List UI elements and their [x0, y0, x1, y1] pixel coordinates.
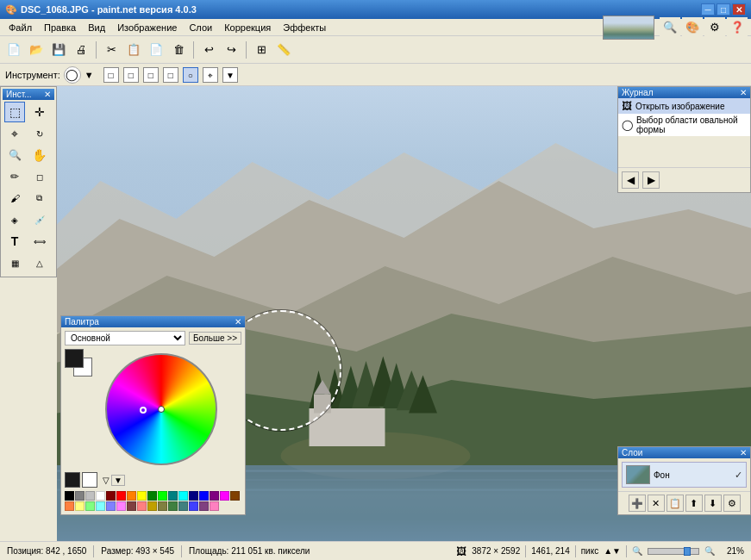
color-wheel-btn[interactable]: 🎨: [682, 17, 703, 38]
zoom-in-btn[interactable]: 🔍: [704, 546, 715, 556]
swatch-plum[interactable]: [199, 501, 209, 511]
shape-dropdown-arrow[interactable]: ▼: [84, 70, 94, 80]
swatch-green[interactable]: [147, 491, 157, 501]
swatch-lightcyan[interactable]: [96, 501, 105, 511]
swatch-black[interactable]: [65, 491, 74, 501]
swatch-yellow[interactable]: [137, 491, 147, 501]
bottom-bg-color[interactable]: [82, 472, 97, 488]
swatch-navy[interactable]: [189, 491, 198, 501]
rect4-shape-btn[interactable]: □: [163, 67, 178, 83]
layer-background[interactable]: Фон ✓: [622, 462, 747, 488]
swatch-lightyellow[interactable]: [75, 501, 84, 511]
tool-clone[interactable]: ⧉: [29, 188, 50, 208]
tool-eraser[interactable]: ◻: [29, 166, 50, 187]
swatch-pink[interactable]: [210, 501, 219, 511]
new-button[interactable]: 📄: [3, 40, 24, 60]
zoom-in-view[interactable]: 🔍: [660, 17, 680, 38]
palette-close[interactable]: ✕: [235, 317, 241, 327]
swatch-blue[interactable]: [199, 491, 209, 501]
tool-move[interactable]: ✛: [29, 102, 50, 122]
save-button[interactable]: 💾: [48, 40, 69, 60]
move-layer-down-button[interactable]: ⬇: [704, 495, 722, 512]
history-redo-button[interactable]: ▶: [642, 171, 660, 189]
oval-shape-btn[interactable]: ○: [183, 67, 198, 83]
menu-layers[interactable]: Слои: [184, 22, 217, 34]
swatch-lightgreen[interactable]: [85, 501, 95, 511]
swatch-cyan[interactable]: [178, 491, 188, 501]
swatch-red[interactable]: [116, 491, 126, 501]
menu-view[interactable]: Вид: [83, 22, 110, 34]
minimize-button[interactable]: ─: [701, 3, 715, 16]
paste-button[interactable]: 📄: [146, 40, 166, 60]
view-ruler-button[interactable]: 📏: [273, 40, 294, 60]
swatch-gray[interactable]: [75, 491, 84, 501]
undo-button[interactable]: ↩: [198, 40, 219, 60]
zoom-slider[interactable]: [648, 548, 699, 555]
history-item-open[interactable]: 🖼 Открыть изображение: [618, 98, 750, 114]
tool-brush[interactable]: 🖌: [4, 188, 25, 208]
palette-more-button[interactable]: Больше >>: [189, 332, 241, 345]
swatch-teal[interactable]: [168, 491, 178, 501]
close-button[interactable]: ✕: [732, 3, 746, 16]
swatch-medblue[interactable]: [189, 501, 198, 511]
redo-button[interactable]: ↪: [221, 40, 241, 60]
history-undo-button[interactable]: ◀: [622, 171, 639, 189]
swatch-lime[interactable]: [158, 491, 167, 501]
settings-btn[interactable]: ⚙: [704, 17, 725, 38]
menu-correction[interactable]: Коррекция: [219, 22, 276, 34]
tool-eyedropper[interactable]: 💉: [29, 209, 50, 230]
open-button[interactable]: 📂: [26, 40, 47, 60]
tool-recolor[interactable]: ↻: [29, 123, 50, 144]
bottom-fg-color[interactable]: [65, 472, 80, 488]
cut-button[interactable]: ✂: [101, 40, 122, 60]
tool-gradient[interactable]: ▦: [4, 252, 25, 273]
swatch-orange[interactable]: [127, 491, 136, 501]
menu-image[interactable]: Изображение: [112, 22, 182, 34]
swatch-brown[interactable]: [230, 491, 240, 501]
color-wheel[interactable]: [105, 353, 217, 465]
swatch-salmon[interactable]: [65, 501, 74, 511]
layer-visible-check[interactable]: ✓: [735, 470, 742, 481]
move-layer-up-button[interactable]: ⬆: [685, 495, 703, 512]
swatch-darkgreen[interactable]: [168, 501, 178, 511]
status-unit-dropdown[interactable]: ▲▼: [604, 546, 621, 556]
lasso-shape-btn[interactable]: ⌖: [203, 67, 218, 83]
tool-shape[interactable]: △: [29, 252, 50, 273]
rect-shape-btn[interactable]: □: [103, 67, 119, 83]
delete-button[interactable]: 🗑: [168, 40, 189, 60]
delete-layer-button[interactable]: ✕: [648, 495, 665, 512]
tool-lasso[interactable]: ⌖: [4, 123, 25, 144]
tools-panel-close[interactable]: ✕: [44, 90, 51, 99]
swatch-lightred[interactable]: [137, 501, 147, 511]
swatch-maroon[interactable]: [106, 491, 116, 501]
layers-close[interactable]: ✕: [740, 448, 747, 457]
swatch-lightmagenta[interactable]: [116, 501, 126, 511]
layer-properties-button[interactable]: ⚙: [723, 495, 741, 512]
tool-fill[interactable]: ◈: [4, 209, 25, 230]
zoom-out-btn[interactable]: 🔍: [632, 546, 642, 556]
color-wheel-container[interactable]: [101, 349, 222, 470]
foreground-color[interactable]: [65, 349, 84, 368]
swatch-purple[interactable]: [210, 491, 219, 501]
add-layer-button[interactable]: ➕: [629, 495, 646, 512]
history-item-oval[interactable]: ◯ Выбор области овальной формы: [618, 114, 750, 136]
swatch-lightblue[interactable]: [106, 501, 116, 511]
print-button[interactable]: 🖨: [71, 40, 91, 60]
tool-rect-select[interactable]: ⬚: [4, 102, 25, 122]
menu-file[interactable]: Файл: [3, 22, 37, 34]
swatch-darkteal[interactable]: [178, 501, 188, 511]
rect2-shape-btn[interactable]: □: [123, 67, 139, 83]
maximize-button[interactable]: □: [717, 3, 730, 16]
tool-zoom[interactable]: 🔍: [4, 145, 25, 165]
tool-measure[interactable]: ⟺: [29, 231, 50, 252]
swatch-magenta[interactable]: [220, 491, 229, 501]
swatch-gold[interactable]: [147, 501, 157, 511]
copy-button[interactable]: 📋: [123, 40, 144, 60]
tool-text[interactable]: T: [4, 231, 25, 252]
menu-effects[interactable]: Эффекты: [278, 22, 331, 34]
view-grid-button[interactable]: ⊞: [251, 40, 272, 60]
tool-pan[interactable]: ✋: [29, 145, 50, 165]
history-close[interactable]: ✕: [740, 88, 747, 97]
menu-edit[interactable]: Правка: [39, 22, 81, 34]
help-btn[interactable]: ❓: [727, 17, 748, 38]
